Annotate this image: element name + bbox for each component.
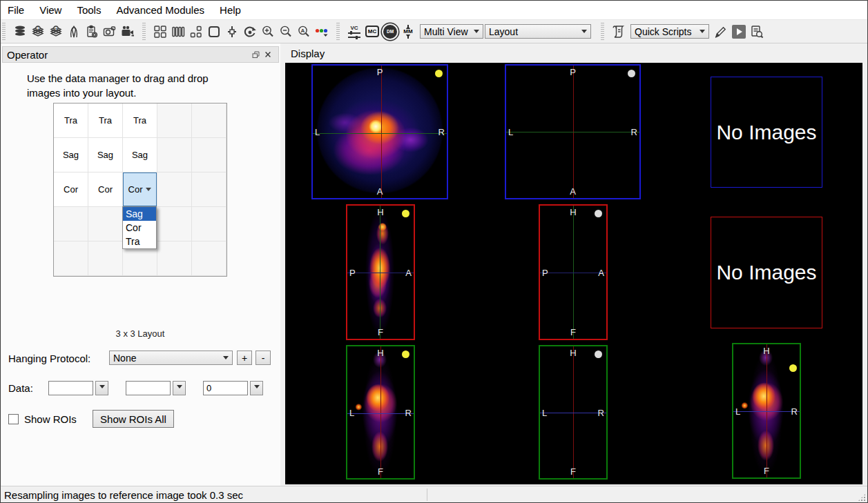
viewport-transverse-2[interactable]: P L R A — [505, 64, 641, 199]
inactive-viewport-dot[interactable] — [628, 70, 635, 77]
multi-view-combobox[interactable]: Multi View — [420, 24, 483, 39]
multi-channel-icon[interactable]: MC — [363, 23, 381, 41]
database-icon[interactable] — [11, 23, 29, 41]
data-field-2-dropdown-button[interactable] — [173, 381, 186, 395]
data-field-1[interactable] — [48, 381, 93, 395]
menu-help[interactable]: Help — [212, 1, 249, 19]
viewport-sagittal-3[interactable]: No Images — [711, 217, 822, 328]
grid-cell-combo[interactable]: Tra — [123, 103, 157, 138]
viewport-sagittal-2[interactable]: H P A F — [539, 204, 608, 340]
grid-cell-combo[interactable]: Cor — [54, 172, 88, 207]
grid-cell-combo[interactable]: Sag — [54, 138, 88, 172]
view-controls-icon[interactable]: VC — [345, 23, 363, 41]
quick-scripts-combobox[interactable]: Quick Scripts — [630, 24, 709, 39]
rgb-channels-icon[interactable] — [313, 23, 331, 41]
script-log-icon[interactable] — [748, 23, 766, 41]
grid-cell-empty — [192, 207, 226, 241]
crosshair-horizontal[interactable] — [347, 413, 414, 414]
anatomy-viewer-icon[interactable] — [65, 23, 83, 41]
strip-layout-icon[interactable] — [169, 23, 187, 41]
zoom-out-icon[interactable] — [277, 23, 295, 41]
viewport-transverse-1[interactable]: P L R A — [311, 64, 448, 199]
resize-grip-icon[interactable] — [858, 493, 866, 502]
panel-splitter[interactable] — [280, 43, 285, 486]
toolbar-drag-handle[interactable] — [601, 23, 604, 41]
svg-text:+: + — [55, 25, 58, 31]
crosshair-vertical[interactable] — [381, 66, 382, 198]
reset-view-icon[interactable] — [241, 23, 259, 41]
orientation-label-head: H — [763, 346, 769, 355]
data-field-3[interactable]: 0 — [203, 381, 248, 395]
grid-cell-combo[interactable]: Tra — [88, 103, 123, 138]
main-toolbar: 1 + — [1, 20, 867, 43]
menu-tools[interactable]: Tools — [69, 1, 108, 19]
movie-capture-icon[interactable] — [119, 23, 137, 41]
min-max-icon[interactable]: MM — [399, 23, 417, 41]
active-viewport-dot[interactable] — [402, 210, 409, 217]
data-field-1-dropdown-button[interactable] — [95, 381, 108, 395]
dropdown-option-tra[interactable]: Tra — [123, 235, 156, 248]
grid-cell-combo-open[interactable]: Cor — [123, 172, 157, 207]
orientation-label-left: L — [542, 408, 547, 417]
crosshair-horizontal[interactable] — [506, 132, 639, 132]
load-study-icon[interactable]: 1 — [29, 23, 47, 41]
screenshot-icon[interactable] — [101, 23, 119, 41]
hanging-protocol-combobox[interactable]: None — [109, 351, 233, 365]
grid-cell-combo[interactable]: Cor — [88, 172, 123, 207]
chevron-down-icon — [700, 30, 705, 36]
show-rois-checkbox[interactable] — [8, 414, 19, 424]
load-append-icon[interactable]: + — [47, 23, 65, 41]
edit-script-icon[interactable] — [712, 23, 730, 41]
layout-combobox[interactable]: Layout — [485, 24, 591, 39]
viewport-sagittal-1[interactable]: H P A F — [346, 204, 415, 340]
show-rois-label: Show ROIs — [24, 413, 77, 425]
data-manager-icon[interactable]: DM — [381, 23, 399, 41]
pan-tool-icon[interactable] — [223, 23, 241, 41]
viewport-transverse-3[interactable]: No Images — [711, 77, 822, 188]
crosshair-vertical[interactable] — [380, 346, 381, 478]
script-icon[interactable] — [610, 23, 628, 41]
crosshair-horizontal[interactable] — [733, 411, 800, 412]
zoom-in-icon[interactable] — [259, 23, 277, 41]
crosshair-horizontal[interactable] — [540, 413, 606, 413]
data-field-3-dropdown-button[interactable] — [250, 381, 263, 395]
zoom-auto-icon[interactable]: A — [295, 23, 313, 41]
layout-orientation-grid: Tra Tra Tra Sag Sag Sag Cor Cor Cor — [53, 103, 227, 277]
display-panel-title: Display — [291, 48, 325, 59]
active-viewport-dot[interactable] — [402, 351, 409, 358]
orientation-label-feet: F — [570, 328, 576, 337]
crosshair-horizontal[interactable] — [540, 273, 606, 273]
menu-file[interactable]: File — [6, 1, 32, 19]
hanging-protocol-remove-button[interactable]: - — [255, 351, 271, 365]
crosshair-horizontal[interactable] — [347, 273, 414, 273]
toolbar-drag-handle[interactable] — [336, 23, 340, 41]
grid-cell-combo[interactable]: Tra — [54, 103, 88, 138]
dropdown-option-cor[interactable]: Cor — [123, 221, 156, 235]
inactive-viewport-dot[interactable] — [595, 210, 602, 217]
grid-2x2-layout-icon[interactable] — [151, 23, 169, 41]
hanging-protocol-add-button[interactable]: + — [237, 351, 252, 365]
toolbar-drag-handle[interactable] — [142, 23, 146, 41]
show-rois-all-button[interactable]: Show ROIs All — [93, 410, 174, 428]
viewport-coronal-3[interactable]: H L R F — [732, 343, 801, 479]
active-viewport-dot[interactable] — [789, 364, 797, 372]
run-script-icon[interactable] — [730, 23, 748, 41]
float-panel-icon[interactable] — [249, 48, 262, 61]
dropdown-option-sag[interactable]: Sag — [123, 207, 156, 221]
mixed-layout-icon[interactable] — [187, 23, 205, 41]
close-panel-icon[interactable] — [262, 48, 274, 61]
orientation-label-left: L — [315, 128, 320, 137]
single-view-layout-icon[interactable] — [205, 23, 223, 41]
toolbar-drag-handle[interactable] — [2, 23, 6, 41]
menu-advanced-modules[interactable]: Advanced Modules — [108, 1, 212, 19]
viewport-coronal-2[interactable]: H L R F — [539, 345, 608, 480]
grid-cell-combo[interactable]: Sag — [88, 138, 123, 172]
active-viewport-dot[interactable] — [435, 70, 443, 77]
viewport-coronal-1[interactable]: H L R F — [346, 345, 415, 480]
grid-cell-combo[interactable]: Sag — [123, 138, 157, 172]
crosshair-horizontal[interactable] — [313, 133, 447, 134]
menu-view[interactable]: View — [32, 1, 69, 19]
data-field-2[interactable] — [126, 381, 171, 395]
inactive-viewport-dot[interactable] — [595, 351, 602, 358]
report-icon[interactable] — [83, 23, 101, 41]
